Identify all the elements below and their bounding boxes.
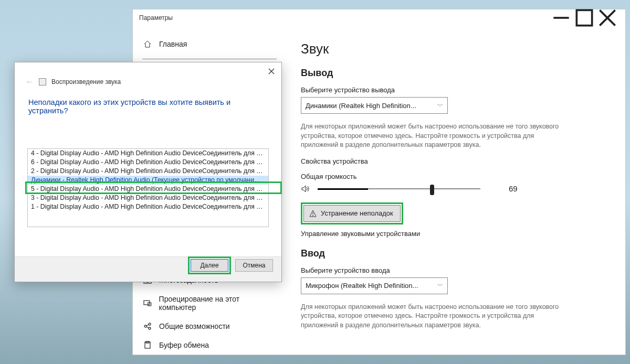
sidebar-item-clipboard[interactable]: Буфер обмена xyxy=(133,336,286,355)
sidebar-item-label: Буфер обмена xyxy=(159,341,209,349)
speaker-icon xyxy=(301,184,310,194)
dialog-question: Неполадки какого из этих устройств вы хо… xyxy=(15,89,281,118)
volume-slider[interactable] xyxy=(318,184,480,194)
input-device-value: Микрофон (Realtek High Definition... xyxy=(306,282,418,290)
maximize-button[interactable] xyxy=(573,10,596,26)
input-device-combo[interactable]: Микрофон (Realtek High Definition... ﹀ xyxy=(301,277,448,294)
svg-point-10 xyxy=(149,323,151,325)
back-icon[interactable]: ← xyxy=(25,77,34,87)
device-list-item[interactable]: 3 - Digital Display Audio - AMD High Def… xyxy=(28,194,268,202)
device-list-item[interactable]: 1 - Digital Display Audio - AMD High Def… xyxy=(28,202,268,211)
volume-value: 69 xyxy=(509,184,518,193)
device-list-item[interactable]: 4 - Digital Display Audio - AMD High Def… xyxy=(28,149,268,158)
output-device-combo[interactable]: Динамики (Realtek High Definition... ﹀ xyxy=(301,97,448,114)
svg-point-17 xyxy=(313,215,313,216)
svg-point-11 xyxy=(149,327,151,329)
device-list-item[interactable]: 2 - Digital Display Audio - AMD High Def… xyxy=(28,167,268,176)
window-title: Параметры xyxy=(139,14,550,22)
close-button[interactable] xyxy=(596,10,619,26)
troubleshoot-button[interactable]: Устранение неполадок xyxy=(303,205,401,222)
next-button[interactable]: Далее xyxy=(191,259,228,272)
input-heading: Ввод xyxy=(301,248,611,259)
svg-line-12 xyxy=(146,325,149,326)
output-device-value: Динамики (Realtek High Definition... xyxy=(306,102,416,110)
volume-label: Общая громкость xyxy=(301,173,611,180)
output-description: Для некоторых приложений может быть наст… xyxy=(301,122,563,150)
dialog-title: Воспроизведение звука xyxy=(51,78,121,85)
dialog-close-button[interactable] xyxy=(265,66,278,77)
cancel-button[interactable]: Отмена xyxy=(235,259,273,272)
projecting-icon xyxy=(143,299,152,307)
page-title: Звук xyxy=(301,41,611,57)
home-icon xyxy=(143,40,152,48)
main-panel: Звук Вывод Выберите устройство вывода Ди… xyxy=(286,26,625,355)
output-device-label: Выберите устройство вывода xyxy=(301,86,611,94)
troubleshoot-highlight: Устранение неполадок xyxy=(301,202,403,224)
device-list-item[interactable]: 5 - Digital Display Audio - AMD High Def… xyxy=(28,185,268,194)
device-list-item-selected[interactable]: Динамики - Realtek High Definition Audio… xyxy=(28,176,268,185)
device-list[interactable]: 4 - Digital Display Audio - AMD High Def… xyxy=(27,148,269,227)
troubleshooter-dialog: ← Воспроизведение звука Неполадки какого… xyxy=(14,62,282,282)
sidebar-item-shared[interactable]: Общие возможности xyxy=(133,317,286,336)
input-description: Для некоторых приложений может быть наст… xyxy=(301,303,563,330)
sound-playback-icon xyxy=(39,78,46,85)
troubleshoot-label: Устранение неполадок xyxy=(321,209,393,217)
minimize-button[interactable] xyxy=(550,10,573,26)
output-heading: Вывод xyxy=(301,68,611,79)
device-list-item[interactable]: 6 - Digital Display Audio - AMD High Def… xyxy=(28,158,268,167)
sidebar-item-label: Проецирование на этот компьютер xyxy=(159,295,276,312)
sidebar-item-projecting[interactable]: Проецирование на этот компьютер xyxy=(133,290,286,317)
chevron-down-icon: ﹀ xyxy=(437,282,443,290)
sidebar-item-label: Общие возможности xyxy=(159,322,230,330)
dialog-header: ← Воспроизведение звука xyxy=(15,62,281,89)
input-device-label: Выберите устройство ввода xyxy=(301,266,611,274)
next-highlight: Далее xyxy=(188,256,231,274)
chevron-down-icon: ﹀ xyxy=(437,102,443,110)
sidebar-home[interactable]: Главная xyxy=(133,36,286,52)
svg-rect-1 xyxy=(576,10,592,25)
svg-point-9 xyxy=(144,325,146,327)
home-label: Главная xyxy=(159,40,187,48)
device-properties-link[interactable]: Свойства устройства xyxy=(301,157,611,165)
warning-icon xyxy=(309,210,317,217)
dialog-button-row: Далее Отмена xyxy=(15,256,281,282)
titlebar: Параметры xyxy=(133,9,625,26)
clipboard-icon xyxy=(143,341,152,349)
svg-line-13 xyxy=(146,327,149,328)
manage-devices-link[interactable]: Управление звуковыми устройствами xyxy=(301,230,611,238)
slider-thumb[interactable] xyxy=(430,185,434,195)
shared-icon xyxy=(143,322,152,330)
